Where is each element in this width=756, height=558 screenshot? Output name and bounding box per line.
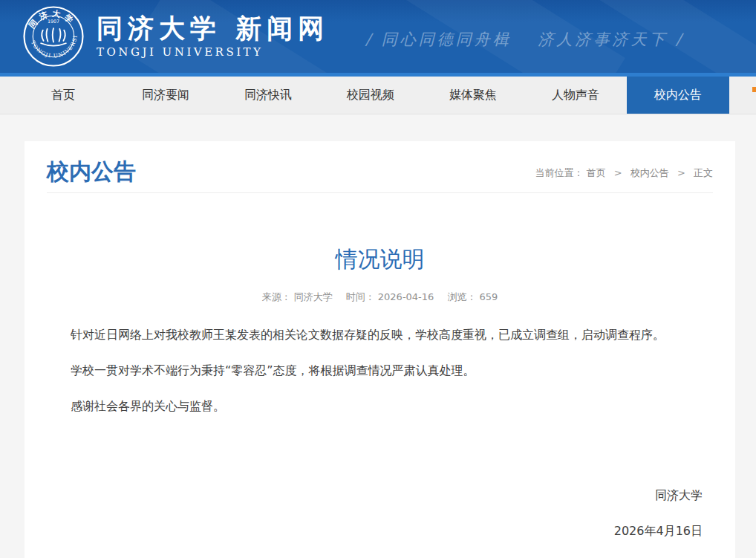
tongji-university-seal-logo[interactable]: 同济大学 TONGJI UNIVERSITY 1907 bbox=[22, 5, 85, 68]
rowers-emblem bbox=[41, 28, 66, 46]
nav-item-tongji-express[interactable]: 同济快讯 bbox=[217, 77, 319, 114]
breadcrumb-current-page: 正文 bbox=[694, 167, 713, 178]
site-title-english: TONGJI UNIVERSITY bbox=[97, 45, 329, 59]
section-header: 校内公告 当前位置： 首页 > 校内公告 > 正文 bbox=[47, 159, 713, 193]
main-navigation: 首页 同济要闻 同济快讯 校园视频 媒体聚焦 人物声音 校内公告 bbox=[0, 77, 756, 114]
content-card: 校内公告 当前位置： 首页 > 校内公告 > 正文 情况说明 来源：同济大学 时… bbox=[25, 141, 735, 558]
meta-time-value: 2026-04-16 bbox=[378, 291, 434, 302]
meta-views-label: 浏览： bbox=[448, 291, 477, 302]
breadcrumb-separator: > bbox=[677, 167, 685, 178]
site-title-chinese: 同济大学 新闻网 bbox=[97, 14, 329, 43]
signature-name: 同济大学 bbox=[47, 488, 703, 504]
section-title: 校内公告 bbox=[47, 159, 136, 184]
page-main: 校内公告 当前位置： 首页 > 校内公告 > 正文 情况说明 来源：同济大学 时… bbox=[0, 114, 756, 558]
header-slogan: / 同心同德同舟楫 济人济事济天下 / bbox=[365, 29, 684, 50]
meta-source-label: 来源： bbox=[262, 291, 291, 302]
article-title: 情况说明 bbox=[47, 247, 713, 271]
nav-item-people-voice[interactable]: 人物声音 bbox=[524, 77, 627, 114]
article-paragraph: 针对近日网络上对我校教师王某发表的相关论文数据存疑的反映，学校高度重视，已成立调… bbox=[47, 328, 713, 343]
logo-year: 1907 bbox=[48, 19, 59, 24]
nav-item-campus-announcements-active[interactable]: 校内公告 bbox=[627, 77, 729, 114]
meta-time: 时间：2026-04-16 bbox=[346, 291, 437, 302]
meta-time-label: 时间： bbox=[346, 291, 375, 302]
breadcrumb: 当前位置： 首页 > 校内公告 > 正文 bbox=[535, 166, 713, 184]
meta-source: 来源：同济大学 bbox=[262, 291, 336, 302]
site-header: 同济大学 TONGJI UNIVERSITY 1907 同济大学 新闻网 TON… bbox=[0, 0, 756, 77]
nav-item-tongji-news[interactable]: 同济要闻 bbox=[114, 77, 217, 114]
breadcrumb-label: 当前位置： bbox=[535, 167, 583, 178]
meta-views-value: 659 bbox=[480, 291, 498, 302]
article-signature: 同济大学 2026年4月16日 bbox=[47, 488, 713, 539]
nav-item-campus-video[interactable]: 校园视频 bbox=[319, 77, 422, 114]
site-brand[interactable]: 同济大学 新闻网 TONGJI UNIVERSITY bbox=[97, 14, 329, 59]
nav-item-media-focus[interactable]: 媒体聚焦 bbox=[422, 77, 524, 114]
meta-source-value: 同济大学 bbox=[294, 291, 333, 302]
breadcrumb-separator: > bbox=[614, 167, 622, 178]
clipped-nav-accent bbox=[752, 87, 756, 92]
article-paragraph: 感谢社会各界的关心与监督。 bbox=[47, 399, 713, 415]
signature-date: 2026年4月16日 bbox=[47, 524, 703, 539]
article-meta: 来源：同济大学 时间：2026-04-16 浏览：659 bbox=[47, 291, 713, 304]
article-body: 针对近日网络上对我校教师王某发表的相关论文数据存疑的反映，学校高度重视，已成立调… bbox=[47, 328, 713, 414]
breadcrumb-campus-announcements-link[interactable]: 校内公告 bbox=[630, 167, 669, 178]
breadcrumb-home-link[interactable]: 首页 bbox=[587, 167, 606, 178]
article-paragraph: 学校一贯对学术不端行为秉持“零容忍”态度，将根据调查情况严肃认真处理。 bbox=[47, 363, 713, 379]
meta-views: 浏览：659 bbox=[448, 291, 498, 302]
nav-item-home[interactable]: 首页 bbox=[12, 77, 114, 114]
